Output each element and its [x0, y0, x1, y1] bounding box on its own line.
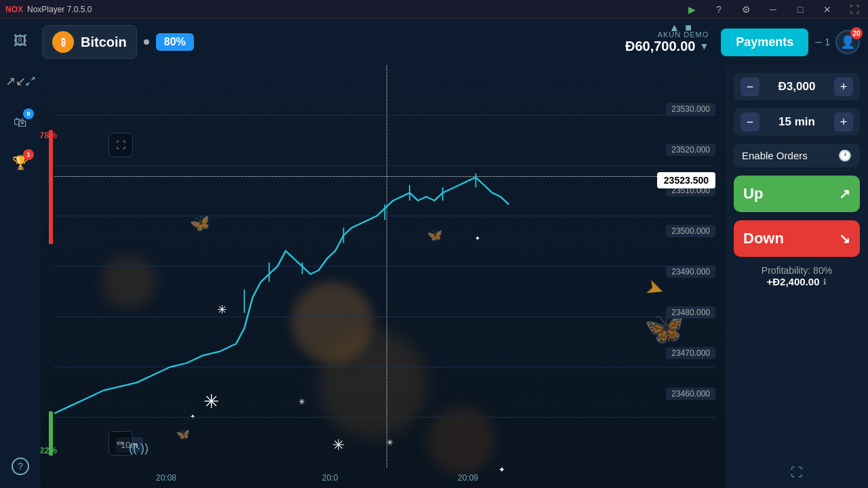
time-label-1: 20:08 — [156, 473, 176, 483]
time-value: 15 min — [778, 115, 815, 129]
sidebar: 🖼 ↗↙ 🛍 8 🏆 1 ? — [0, 19, 41, 488]
app-logo: NOX — [5, 5, 23, 14]
balance-value: Đ60,700.00 — [625, 39, 695, 54]
sidebar-item-expand[interactable]: ↗↙ — [5, 66, 35, 96]
balance-dropdown-arrow[interactable]: ▼ — [699, 41, 709, 52]
user-count-value: 1 — [825, 37, 830, 47]
close-btn[interactable]: ✕ — [814, 0, 841, 19]
main-container: 8:07 ✳ ▲ ■ 🖼 ↗↙ 🛍 8 🏆 1 ? — [0, 19, 868, 488]
bag-badge: 8 — [23, 108, 34, 119]
right-panel: − Đ3,000 + − 15 min + Enable Orders 🕐 Up… — [726, 65, 868, 488]
arrows-icon — [26, 75, 35, 88]
amount-increase-btn[interactable]: + — [834, 77, 853, 96]
up-button[interactable]: Up ↗ — [734, 176, 860, 212]
price-chart-svg — [54, 65, 715, 468]
time-label-3: 20:09 — [458, 473, 478, 483]
notification-badge: 20 — [850, 27, 863, 39]
bitcoin-icon: ₿ — [52, 31, 74, 53]
help-btn[interactable]: ? — [705, 0, 732, 19]
down-arrow-icon: ↘ — [839, 230, 850, 247]
red-progress-bar — [49, 130, 53, 244]
user-avatar[interactable]: 👤 20 — [835, 30, 860, 54]
percentage-badge: 80% — [156, 33, 194, 51]
titlebar: NOX NoxPlayer 7.0.5.0 ▶ ? ⚙ ─ □ ✕ ⛶ — [0, 0, 868, 19]
sidebar-item-bag[interactable]: 🛍 8 — [5, 107, 35, 137]
sidebar-item-help[interactable]: ? — [5, 451, 35, 481]
clock-icon: 🕐 — [838, 149, 852, 162]
window-controls: ▶ ? ⚙ ─ □ ✕ ⛶ — [678, 0, 868, 19]
up-arrow-icon: ↗ — [839, 186, 850, 202]
time-increase-btn[interactable]: + — [834, 113, 853, 131]
green-progress-bar — [49, 411, 53, 455]
chart-icon: 🖼 — [14, 33, 27, 49]
user-section: ─ 1 👤 20 — [815, 30, 860, 54]
profitability-section: Profitability: 80% +Đ2,400.00 ℹ — [734, 265, 860, 287]
amount-value: Đ3,000 — [778, 80, 816, 94]
time-decrease-btn[interactable]: − — [741, 113, 760, 131]
info-icon[interactable]: ℹ — [823, 277, 827, 287]
payments-button[interactable]: Payments — [721, 28, 808, 56]
expand-icon-right[interactable]: ⛶ — [791, 466, 803, 480]
asset-selector[interactable]: ₿ Bitcoin — [42, 25, 137, 59]
trophy-badge: 1 — [23, 149, 34, 160]
amount-stepper: − Đ3,000 + — [734, 73, 860, 100]
fullscreen-btn[interactable]: ⛶ — [841, 0, 868, 19]
enable-orders-label: Enable Orders — [742, 150, 808, 161]
amount-decrease-btn[interactable]: − — [741, 77, 760, 96]
account-info: AKUN DEMO Đ60,700.00 ▼ — [625, 30, 709, 54]
sidebar-item-chart[interactable]: 🖼 — [5, 26, 35, 56]
topbar: ₿ Bitcoin 80% AKUN DEMO Đ60,700.00 ▼ Pay… — [34, 19, 868, 65]
maximize-btn[interactable]: □ — [787, 0, 814, 19]
profit-amount: +Đ2,400.00 — [767, 276, 820, 287]
help-icon: ? — [12, 458, 29, 475]
status-dot — [144, 39, 149, 45]
time-label-2: 20:0 — [322, 473, 338, 483]
play-btn[interactable]: ▶ — [678, 0, 705, 19]
account-label: AKUN DEMO — [625, 30, 709, 39]
expand-icon: ↗↙ — [5, 74, 26, 89]
down-button[interactable]: Down ↘ — [734, 220, 860, 257]
up-label: Up — [743, 185, 763, 203]
time-stepper: − 15 min + — [734, 108, 860, 136]
fullscreen-btn-chart[interactable]: ⛶ — [108, 133, 133, 157]
asset-name: Bitcoin — [81, 35, 127, 50]
minimize-btn[interactable]: ─ — [760, 0, 787, 19]
down-label: Down — [743, 230, 784, 247]
user-count: ─ 1 — [815, 37, 830, 47]
account-balance: Đ60,700.00 ▼ — [625, 39, 709, 54]
bottom-right-icons: ⛶ — [734, 466, 860, 480]
settings-btn[interactable]: ⚙ — [732, 0, 760, 19]
chart-area: 🦋 🦋 🦋 ➤ 🦋 ✳ ✳ ✳ ✳ ✳ ✦ ✦ ✦ 78% 22% 23530.… — [34, 65, 726, 488]
profitability-label: Profitability: 80% — [734, 265, 860, 276]
user-minus-icon: ─ — [815, 37, 822, 47]
enable-orders-btn[interactable]: Enable Orders 🕐 — [734, 144, 860, 167]
radio-icon[interactable]: ((·)) — [129, 441, 149, 455]
sidebar-item-trophy[interactable]: 🏆 1 — [5, 148, 35, 178]
